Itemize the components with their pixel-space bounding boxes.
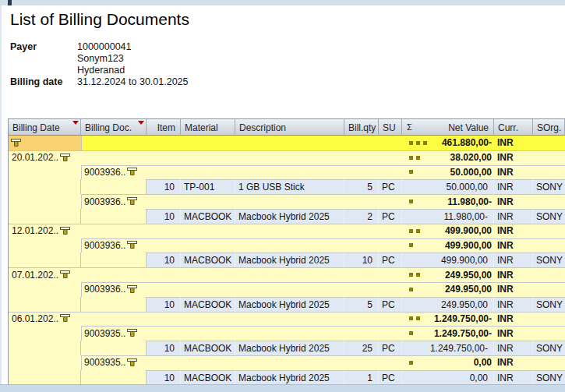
billing-date-subtotal-cell[interactable]: 20.01.202..: [12, 150, 71, 165]
cell-currency[interactable]: INR: [497, 165, 514, 180]
cell-su[interactable]: PC: [379, 179, 402, 194]
cell-material[interactable]: MACBOOK: [181, 209, 235, 224]
cell-item[interactable]: 10: [147, 209, 181, 224]
cell-currency[interactable]: INR: [494, 297, 533, 312]
cell-sales-org[interactable]: SONY: [533, 179, 565, 194]
cell-su[interactable]: PC: [379, 370, 402, 385]
cell-net-value[interactable]: 1.249.750,00-: [402, 341, 494, 355]
cell-net-value[interactable]: 249.950,00: [445, 282, 492, 297]
cell-bill-qty[interactable]: 2: [344, 209, 379, 224]
cell-bill-qty[interactable]: 10: [344, 253, 379, 267]
cell-net-value[interactable]: 1.249.750,00-: [434, 326, 492, 341]
cell-description[interactable]: Macbook Hybrid 2025: [235, 297, 344, 312]
cell-currency[interactable]: INR: [497, 267, 514, 282]
filter-icon[interactable]: [127, 285, 138, 294]
cell-bill-qty[interactable]: 5: [344, 179, 379, 194]
filter-icon[interactable]: [60, 154, 71, 162]
cell-currency[interactable]: INR: [494, 370, 533, 385]
billing-date-subtotal-cell[interactable]: 07.01.202..: [12, 267, 71, 282]
column-header-billing-date[interactable]: Billing Date: [9, 119, 81, 136]
cell-description[interactable]: Macbook Hybrid 2025: [235, 253, 344, 267]
billing-doc-subtotal-cell[interactable]: 9003936..: [84, 282, 138, 297]
column-header-material[interactable]: Material: [181, 119, 235, 136]
cell-su[interactable]: PC: [379, 341, 402, 355]
cell-billing-date[interactable]: [9, 297, 81, 312]
column-header-net-value[interactable]: ΣNet Value: [402, 119, 494, 136]
cell-currency[interactable]: INR: [494, 253, 533, 267]
cell-sales-org[interactable]: SONY: [533, 297, 565, 312]
cell-currency[interactable]: INR: [494, 341, 533, 355]
cell-item[interactable]: 10: [147, 341, 181, 355]
cell-bill-qty[interactable]: 25: [344, 341, 379, 355]
cell-description[interactable]: Macbook Hybrid 2025: [235, 209, 344, 224]
cell-currency[interactable]: INR: [497, 150, 514, 165]
cell-material[interactable]: MACBOOK: [181, 341, 235, 355]
cell-billing-doc[interactable]: [81, 209, 147, 224]
cell-description[interactable]: 1 GB USB Stick: [235, 179, 344, 194]
cell-item[interactable]: 10: [147, 297, 181, 312]
billing-doc-subtotal-cell[interactable]: 9003936..: [84, 194, 138, 209]
filter-icon[interactable]: [127, 329, 138, 337]
cell-net-value[interactable]: 499.900,00: [402, 253, 494, 267]
cell-su[interactable]: PC: [379, 297, 402, 312]
cell-billing-doc[interactable]: [81, 179, 147, 194]
filter-icon[interactable]: [11, 139, 22, 147]
cell-billing-date-filter[interactable]: [9, 136, 81, 150]
cell-net-value[interactable]: 1.249.750,00-: [434, 312, 492, 327]
filter-icon[interactable]: [127, 358, 138, 367]
filter-icon[interactable]: [60, 270, 71, 279]
billing-doc-subtotal-cell[interactable]: 9003935..: [84, 326, 138, 341]
cell-net-value[interactable]: 38.020,00: [450, 150, 492, 165]
cell-billing-date[interactable]: [9, 370, 81, 385]
cell-billing-date[interactable]: [9, 253, 81, 267]
column-header-curr[interactable]: Curr.: [494, 119, 533, 136]
cell-item[interactable]: 10: [147, 370, 181, 385]
cell-net-value[interactable]: 11.980,00-: [402, 209, 494, 224]
cell-bill-qty[interactable]: 1: [344, 370, 379, 385]
cell-description[interactable]: Macbook Hybrid 2025: [235, 341, 344, 355]
cell-su[interactable]: PC: [379, 253, 402, 267]
cell-net-value[interactable]: 499.900,00: [445, 224, 492, 238]
billing-date-subtotal-cell[interactable]: 06.01.202..: [12, 312, 71, 327]
cell-currency[interactable]: INR: [497, 238, 514, 253]
cell-su[interactable]: PC: [379, 209, 402, 224]
cell-currency[interactable]: INR: [494, 179, 533, 194]
cell-material[interactable]: TP-001: [181, 179, 235, 194]
cell-billing-doc[interactable]: [81, 253, 147, 267]
cell-net-value[interactable]: 50.000,00: [402, 179, 494, 194]
cell-bill-qty[interactable]: 5: [344, 297, 379, 312]
filter-icon[interactable]: [127, 168, 138, 176]
column-header-bill-qty[interactable]: Bill.qty: [344, 119, 379, 136]
column-header-sorg[interactable]: SOrg.: [533, 119, 565, 136]
filter-icon[interactable]: [127, 241, 138, 249]
cell-sales-org[interactable]: SONY: [533, 370, 565, 385]
cell-sales-org[interactable]: SONY: [533, 341, 565, 355]
cell-currency[interactable]: INR: [497, 312, 514, 327]
cell-billing-date[interactable]: [9, 209, 81, 224]
cell-currency[interactable]: INR: [497, 355, 514, 370]
cell-billing-date[interactable]: [9, 341, 81, 355]
cell-item[interactable]: 10: [147, 253, 181, 267]
cell-material[interactable]: MACBOOK: [181, 370, 235, 385]
column-header-description[interactable]: Description: [235, 119, 344, 136]
cell-item[interactable]: 10: [147, 179, 181, 194]
cell-description[interactable]: Macbook Hybrid 2025: [235, 370, 344, 385]
cell-billing-doc[interactable]: [81, 370, 147, 385]
cell-net-value[interactable]: 11.980,00-: [447, 194, 492, 209]
cell-currency[interactable]: INR: [497, 326, 514, 341]
cell-net-value[interactable]: 249.950,00: [402, 297, 494, 312]
cell-net-value[interactable]: 0,00: [402, 370, 494, 385]
billing-doc-subtotal-cell[interactable]: 9003935..: [84, 355, 138, 370]
column-header-billing-doc[interactable]: Billing Doc.: [81, 119, 147, 136]
cell-net-value[interactable]: 249.950,00: [445, 267, 492, 282]
filter-icon[interactable]: [60, 314, 71, 323]
cell-net-value[interactable]: 499.900,00: [445, 238, 492, 253]
cell-net-value[interactable]: 461.880,00-: [442, 136, 492, 150]
filter-icon[interactable]: [60, 227, 71, 235]
cell-billing-doc[interactable]: [81, 297, 147, 312]
billing-date-subtotal-cell[interactable]: 12.01.202..: [12, 224, 71, 238]
filter-icon[interactable]: [127, 197, 138, 206]
cell-billing-doc[interactable]: [81, 341, 147, 355]
cell-net-value[interactable]: 50.000,00: [450, 165, 492, 180]
billing-doc-subtotal-cell[interactable]: 9003936..: [84, 165, 138, 180]
